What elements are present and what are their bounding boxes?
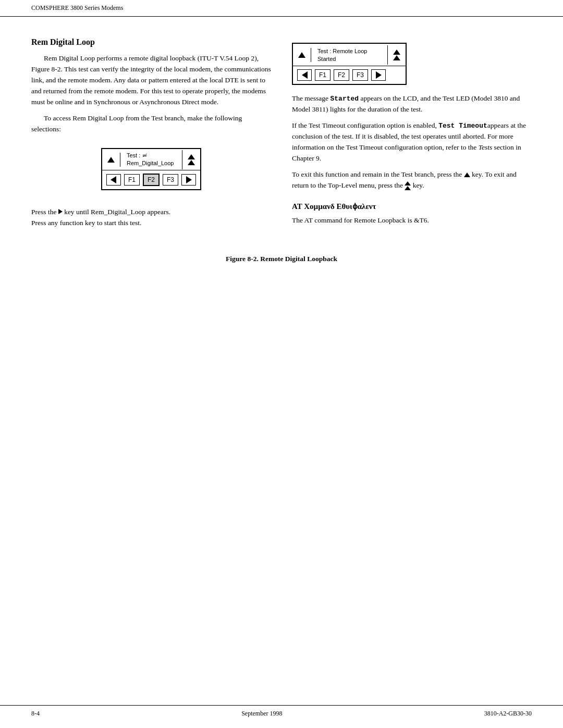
at-command-section: AT Χοµµανδ Εθυιϕαλεντ The AT command for… [292, 202, 532, 226]
triangle-up-icon-1 [107, 157, 115, 163]
triangle-up-icon-2 [298, 52, 305, 58]
lcd-screen-1: Test : ≓ Rem_Digital_Loop [102, 149, 200, 170]
lcd-f2-btn-2: F2 [334, 69, 349, 81]
body-paragraph-2: To access Rem Digital Loop from the Test… [31, 113, 271, 135]
lcd-figure-2-wrapper: Test : Remote Loop Started [292, 43, 532, 85]
left-column: Rem Digital Loop Rem Digital Loop perfor… [31, 38, 271, 234]
lcd-f2-btn-1: F2 [143, 174, 160, 186]
page-footer: 8-4 September 1998 3810-A2-GB30-30 [0, 705, 563, 718]
lcd-up-button-2 [293, 48, 311, 62]
lcd-figure-2: Test : Remote Loop Started [292, 43, 407, 85]
back-icon-1 [111, 176, 116, 183]
lcd-text-area-2: Test : Remote Loop Started [311, 44, 387, 66]
at-section-title: AT Χοµµανδ Εθυιϕαλεντ [292, 202, 532, 211]
page-content: Rem Digital Loop Rem Digital Loop perfor… [0, 17, 563, 294]
right-paragraph-1: The message Started appears on the LCD, … [292, 93, 532, 115]
lcd-bottom-label-1: Rem_Digital_Loop [127, 159, 176, 167]
double-triangle-icon-2 [393, 50, 400, 60]
footer-center: September 1998 [241, 710, 282, 718]
figure-caption: Figure 8-2. Remote Digital Loopback [31, 255, 532, 263]
lcd-buttons-row-1: F1 F2 F3 [102, 170, 200, 189]
started-text: Started [330, 95, 359, 103]
right-column: Test : Remote Loop Started [292, 38, 532, 234]
lcd-back-btn-2 [297, 69, 312, 81]
lcd-text-area-1: Test : ≓ Rem_Digital_Loop [120, 149, 182, 170]
lcd-buttons-row-2: F1 F2 F3 [293, 66, 406, 84]
tests-italic: Tests [479, 143, 493, 151]
lcd-home-button-2 [387, 45, 406, 65]
two-column-layout: Rem Digital Loop Rem Digital Loop perfor… [31, 38, 532, 234]
lcd-f1-btn-2: F1 [315, 69, 331, 81]
forward-icon-1 [186, 176, 192, 183]
forward-icon-inline [58, 209, 63, 214]
footer-left: 8-4 [31, 710, 40, 718]
at-section-body: The AT command for Remote Loopback is &T… [292, 215, 532, 226]
lcd-figure-1-wrapper: Test : ≓ Rem_Digital_Loop [31, 140, 271, 199]
double-triangle-icon-1 [188, 154, 195, 165]
header-title: COMSPHERE 3800 Series Modems [31, 4, 123, 11]
up-icon-inline-1 [464, 172, 470, 177]
lcd-f1-btn-1: F1 [124, 174, 140, 186]
right-paragraph-2: If the Test Timeout configuration option… [292, 120, 532, 164]
right-paragraph-3: To exit this function and remain in the … [292, 169, 532, 191]
lcd-up-button-1 [102, 153, 120, 167]
forward-icon-2 [376, 71, 382, 79]
lcd-forward-btn-1 [181, 174, 196, 186]
footer-right: 3810-A2-GB30-30 [484, 710, 532, 718]
lcd-back-btn-1 [106, 174, 121, 186]
lcd-top-label-1: Test : [127, 152, 140, 159]
lcd-f3-btn-1: F3 [163, 174, 178, 186]
double-up-inline [405, 181, 411, 190]
back-icon-2 [302, 71, 308, 79]
lcd-home-button-1 [182, 150, 200, 169]
lcd-f3-btn-2: F3 [352, 69, 368, 81]
lcd-top-icon-1: ≓ [142, 152, 147, 159]
lcd1-caption: Press the key until Rem_Digital_Loop app… [31, 207, 271, 229]
page-header: COMSPHERE 3800 Series Modems [0, 0, 563, 17]
lcd-figure-1: Test : ≓ Rem_Digital_Loop [101, 148, 201, 190]
section-title: Rem Digital Loop [31, 38, 271, 47]
body-paragraph-1: Rem Digital Loop performs a remote digit… [31, 53, 271, 108]
lcd-forward-btn-2 [371, 69, 386, 81]
lcd-screen-2: Test : Remote Loop Started [293, 44, 406, 66]
lcd-title-row-1: Test : ≓ [127, 152, 176, 159]
lcd-top-label-2: Test : Remote Loop [317, 47, 381, 55]
lcd-bottom-label-2: Started [317, 55, 381, 63]
test-timeout-text: Test Timeout [438, 122, 487, 130]
